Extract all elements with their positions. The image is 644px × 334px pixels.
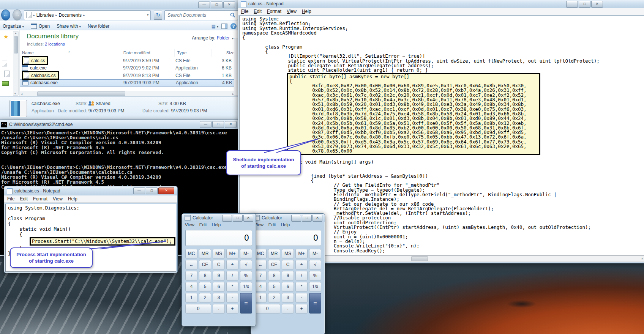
menu-edit[interactable]: Edit bbox=[268, 222, 276, 227]
search-icon[interactable] bbox=[230, 13, 235, 17]
key-plus[interactable]: + bbox=[295, 304, 308, 314]
search-input[interactable]: Search Documents bbox=[164, 10, 238, 20]
key-ce[interactable]: CE bbox=[199, 260, 211, 269]
key-negate[interactable]: ± bbox=[295, 260, 308, 269]
breadcrumb[interactable]: ▸ Libraries ▸ Documents ▸ ▾ bbox=[24, 10, 151, 20]
column-type[interactable]: Type bbox=[175, 49, 212, 57]
key-decimal[interactable]: . bbox=[213, 304, 225, 314]
scroll-up-icon[interactable]: ▴ bbox=[15, 32, 17, 34]
key-plus[interactable]: + bbox=[226, 304, 238, 314]
sidebar-drive-icon[interactable] bbox=[2, 81, 9, 86]
minimize-icon[interactable]: — bbox=[291, 215, 301, 222]
file-list-hscrollbar[interactable]: ◂ ▸ bbox=[20, 91, 235, 96]
key-5[interactable]: 5 bbox=[199, 282, 211, 291]
key-multiply[interactable]: * bbox=[226, 282, 238, 291]
forward-icon[interactable]: → bbox=[13, 9, 22, 20]
key-2[interactable]: 2 bbox=[199, 293, 211, 302]
scroll-left-icon[interactable]: ◂ bbox=[21, 92, 22, 96]
file-row-calc-cs[interactable]: calc.cs 9/7/2019 8:59 PM CS File 3 KB bbox=[20, 57, 235, 65]
menu-help[interactable]: Help bbox=[281, 222, 290, 227]
key-equals[interactable]: = bbox=[240, 293, 252, 314]
key-mminus[interactable]: M- bbox=[309, 249, 321, 258]
notepad-calcbasic-titlebar[interactable]: calcbasic.cs - Notepad — □ ✕ bbox=[4, 186, 177, 195]
share-with-button[interactable]: Share with▾ bbox=[57, 24, 81, 29]
minimize-icon[interactable]: — bbox=[222, 215, 232, 222]
key-divide[interactable]: / bbox=[226, 271, 238, 280]
locations-link[interactable]: 2 locations bbox=[45, 42, 65, 46]
key-2[interactable]: 2 bbox=[268, 293, 280, 302]
key-percent[interactable]: % bbox=[240, 271, 252, 280]
menu-view[interactable]: View bbox=[53, 196, 63, 202]
sidebar-documents-icon[interactable] bbox=[4, 71, 9, 77]
new-folder-button[interactable]: New folder bbox=[88, 24, 109, 29]
key-reciprocal[interactable]: 1/x bbox=[309, 282, 321, 291]
key-3[interactable]: 3 bbox=[213, 293, 225, 302]
menu-edit[interactable]: Edit bbox=[199, 222, 207, 227]
key-6[interactable]: 6 bbox=[282, 282, 294, 291]
menu-edit[interactable]: Edit bbox=[20, 196, 28, 202]
breadcrumb-libraries[interactable]: Libraries bbox=[36, 13, 54, 18]
refresh-icon[interactable]: ↻ bbox=[154, 11, 162, 20]
calculator-titlebar[interactable]: Calculator — □ ✕ bbox=[182, 214, 256, 222]
maximize-icon[interactable]: □ bbox=[579, 1, 590, 8]
column-name[interactable]: Name ▴ bbox=[20, 49, 121, 57]
key-6[interactable]: 6 bbox=[213, 282, 225, 291]
menu-file[interactable]: File bbox=[241, 9, 248, 14]
maximize-icon[interactable]: □ bbox=[233, 215, 243, 222]
scrollbar-thumb[interactable] bbox=[37, 91, 125, 96]
explorer-titlebar[interactable]: — □ ✕ bbox=[0, 0, 240, 9]
column-date-modified[interactable]: Date modified bbox=[121, 49, 175, 57]
close-icon[interactable]: ✕ bbox=[225, 121, 237, 128]
menu-help[interactable]: Help bbox=[68, 196, 77, 202]
preview-pane-icon[interactable] bbox=[221, 24, 227, 29]
menu-view[interactable]: View bbox=[287, 9, 297, 14]
breadcrumb-dropdown-icon[interactable]: ▾ bbox=[147, 13, 148, 17]
key-0[interactable]: 0 bbox=[185, 304, 211, 314]
file-row-calc-exe[interactable]: calc.exe 9/7/2019 9:02 PM Application 6 … bbox=[20, 65, 235, 72]
key-ce[interactable]: CE bbox=[268, 260, 280, 269]
key-c[interactable]: C bbox=[282, 260, 294, 269]
calculator-titlebar[interactable]: Calculator — □ ✕ bbox=[251, 214, 325, 222]
favorites-star-icon[interactable]: ★ bbox=[3, 33, 8, 40]
maximize-icon[interactable]: □ bbox=[211, 2, 223, 8]
key-7[interactable]: 7 bbox=[254, 271, 267, 280]
key-backspace[interactable]: ← bbox=[185, 260, 197, 269]
key-1[interactable]: 1 bbox=[254, 293, 267, 302]
column-size[interactable]: Size bbox=[212, 49, 235, 57]
key-ms[interactable]: MS bbox=[213, 249, 225, 258]
key-backspace[interactable]: ← bbox=[254, 260, 267, 269]
key-9[interactable]: 9 bbox=[213, 271, 225, 280]
back-icon[interactable]: ← bbox=[1, 9, 10, 20]
key-equals[interactable]: = bbox=[309, 293, 321, 314]
key-8[interactable]: 8 bbox=[268, 271, 280, 280]
maximize-icon[interactable]: □ bbox=[146, 187, 158, 194]
key-mr[interactable]: MR bbox=[268, 249, 280, 258]
help-icon[interactable]: ? bbox=[230, 23, 237, 29]
menu-format[interactable]: Format bbox=[267, 9, 281, 14]
organize-button[interactable]: Organize▾ bbox=[3, 24, 24, 29]
maximize-icon[interactable]: □ bbox=[302, 215, 312, 222]
key-1[interactable]: 1 bbox=[185, 293, 197, 302]
minimize-icon[interactable]: — bbox=[133, 187, 145, 194]
key-5[interactable]: 5 bbox=[268, 282, 280, 291]
key-mplus[interactable]: M+ bbox=[295, 249, 308, 258]
close-icon[interactable]: ✕ bbox=[313, 215, 322, 222]
close-icon[interactable]: ✕ bbox=[243, 215, 253, 222]
key-decimal[interactable]: . bbox=[282, 304, 294, 314]
minimize-icon[interactable]: — bbox=[198, 2, 210, 8]
sidebar-scrollbar[interactable]: ▴ ▾ bbox=[13, 31, 19, 96]
key-9[interactable]: 9 bbox=[282, 271, 294, 280]
minimize-icon[interactable]: — bbox=[566, 1, 578, 8]
menu-format[interactable]: Format bbox=[33, 196, 47, 202]
maximize-icon[interactable]: □ bbox=[212, 121, 224, 128]
scroll-down-icon[interactable]: ▾ bbox=[14, 92, 16, 95]
key-4[interactable]: 4 bbox=[254, 282, 267, 291]
key-4[interactable]: 4 bbox=[185, 282, 197, 291]
key-negate[interactable]: ± bbox=[226, 260, 238, 269]
key-reciprocal[interactable]: 1/x bbox=[240, 282, 252, 291]
key-divide[interactable]: / bbox=[295, 271, 308, 280]
key-sqrt[interactable]: √ bbox=[240, 260, 252, 269]
minimize-icon[interactable]: — bbox=[200, 121, 212, 128]
sidebar-libraries-icon[interactable] bbox=[2, 60, 7, 66]
menu-help[interactable]: Help bbox=[212, 222, 221, 227]
